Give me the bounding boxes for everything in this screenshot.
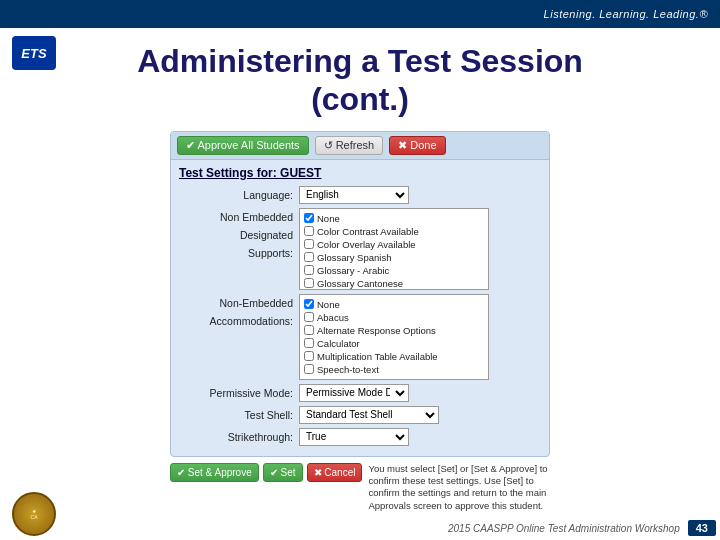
non-embedded-label: Non Embedded DesignatedSupports: (179, 208, 299, 262)
support-glossary-cantonese-label: Glossary Cantonese (317, 277, 403, 290)
accom-abacus: Abacus (304, 311, 484, 324)
accom-multiplication-table: Multiplication Table Available (304, 350, 484, 363)
action-note: You must select [Set] or [Set & Approve]… (368, 463, 550, 512)
support-none: None (304, 212, 484, 225)
support-glossary-cantonese-checkbox[interactable] (304, 278, 314, 288)
support-glossary-spanish-checkbox[interactable] (304, 252, 314, 262)
slide-title: Administering a Test Session (cont.) (0, 28, 720, 127)
accom-speech-to-text-label: Speech-to-text (317, 363, 379, 376)
permissive-mode-select[interactable]: Permissive Mode Disabled (299, 384, 409, 402)
test-shell-control: Standard Test Shell (299, 406, 541, 424)
support-glossary-arabic-checkbox[interactable] (304, 265, 314, 275)
support-glossary-arabic-label: Glossary - Arabic (317, 264, 389, 277)
set-button[interactable]: ✔ Set (263, 463, 303, 482)
support-color-overlay-label: Color Overlay Available (317, 238, 416, 251)
non-embedded-control: None Color Contrast Available Color Over… (299, 208, 541, 290)
test-shell-select[interactable]: Standard Test Shell (299, 406, 439, 424)
language-label: Language: (179, 186, 299, 204)
language-select[interactable]: English (299, 186, 409, 204)
dialog-title: Test Settings for: GUEST (179, 166, 541, 180)
support-glossary-arabic: Glossary - Arabic (304, 264, 484, 277)
support-glossary-spanish: Glossary Spanish (304, 251, 484, 264)
dialog-body: Test Settings for: GUEST Language: Engli… (171, 160, 549, 456)
accommodations-control: None Abacus Alternate Response Options (299, 294, 541, 380)
accommodations-checkbox-list: None Abacus Alternate Response Options (299, 294, 489, 380)
tagline: Listening. Learning. Leading.® (544, 8, 708, 20)
dialog-toolbar: ✔ Approve All Students ↺ Refresh ✖ Done (171, 132, 549, 160)
accom-none: None (304, 298, 484, 311)
accom-multiplication-table-label: Multiplication Table Available (317, 350, 438, 363)
approve-all-button[interactable]: ✔ Approve All Students (177, 136, 309, 155)
slide: ETS Administering a Test Session (cont.)… (0, 28, 720, 540)
strikethrough-select[interactable]: True (299, 428, 409, 446)
accom-alternate-response: Alternate Response Options (304, 324, 484, 337)
accom-calculator: Calculator (304, 337, 484, 350)
accommodations-row: Non-EmbeddedAccommodations: None Abacus (179, 294, 541, 380)
logo-area: ETS (12, 36, 60, 74)
permissive-mode-row: Permissive Mode: Permissive Mode Disable… (179, 384, 541, 402)
ets-logo: ETS (12, 36, 56, 70)
action-buttons: ✔ Set & Approve ✔ Set ✖ Cancel (170, 463, 362, 482)
accom-calculator-checkbox[interactable] (304, 338, 314, 348)
done-button[interactable]: ✖ Done (389, 136, 445, 155)
accom-alternate-response-label: Alternate Response Options (317, 324, 436, 337)
bottom-action-area: ✔ Set & Approve ✔ Set ✖ Cancel You must … (170, 463, 550, 512)
non-embedded-row: Non Embedded DesignatedSupports: None Co… (179, 208, 541, 290)
test-shell-row: Test Shell: Standard Test Shell (179, 406, 541, 424)
support-none-label: None (317, 212, 340, 225)
accom-none-checkbox[interactable] (304, 299, 314, 309)
accom-abacus-label: Abacus (317, 311, 349, 324)
permissive-mode-control: Permissive Mode Disabled (299, 384, 541, 402)
accom-alternate-response-checkbox[interactable] (304, 325, 314, 335)
seal-text: ★CA (31, 508, 38, 520)
page-number: 43 (688, 520, 716, 536)
accom-speech-to-text-checkbox[interactable] (304, 364, 314, 374)
dialog-panel: ✔ Approve All Students ↺ Refresh ✖ Done … (170, 131, 550, 457)
accom-multiplication-table-checkbox[interactable] (304, 351, 314, 361)
language-row: Language: English (179, 186, 541, 204)
title-line1: Administering a Test Session (cont.) (60, 42, 660, 119)
slide-footer: 2015 CAASPP Online Test Administration W… (448, 520, 716, 536)
language-control: English (299, 186, 541, 204)
cancel-button[interactable]: ✖ Cancel (307, 463, 363, 482)
accom-none-label: None (317, 298, 340, 311)
strikethrough-control: True (299, 428, 541, 446)
accom-speech-to-text: Speech-to-text (304, 363, 484, 376)
content-area: ✔ Approve All Students ↺ Refresh ✖ Done … (0, 127, 720, 540)
support-color-overlay-checkbox[interactable] (304, 239, 314, 249)
permissive-mode-label: Permissive Mode: (179, 384, 299, 402)
support-color-contrast-checkbox[interactable] (304, 226, 314, 236)
support-color-contrast-label: Color Contrast Available (317, 225, 419, 238)
support-color-overlay: Color Overlay Available (304, 238, 484, 251)
refresh-button[interactable]: ↺ Refresh (315, 136, 384, 155)
accom-abacus-checkbox[interactable] (304, 312, 314, 322)
support-color-contrast: Color Contrast Available (304, 225, 484, 238)
supports-checkbox-list: None Color Contrast Available Color Over… (299, 208, 489, 290)
accom-calculator-label: Calculator (317, 337, 360, 350)
seal-emblem: ★CA (12, 492, 56, 536)
strikethrough-row: Strikethrough: True (179, 428, 541, 446)
support-glossary-spanish-label: Glossary Spanish (317, 251, 391, 264)
strikethrough-label: Strikethrough: (179, 428, 299, 446)
accommodations-label: Non-EmbeddedAccommodations: (179, 294, 299, 330)
support-none-checkbox[interactable] (304, 213, 314, 223)
footer-workshop-text: 2015 CAASPP Online Test Administration W… (448, 523, 680, 534)
support-glossary-cantonese: Glossary Cantonese (304, 277, 484, 290)
top-bar: Listening. Learning. Leading.® (0, 0, 720, 28)
test-shell-label: Test Shell: (179, 406, 299, 424)
set-approve-button[interactable]: ✔ Set & Approve (170, 463, 259, 482)
